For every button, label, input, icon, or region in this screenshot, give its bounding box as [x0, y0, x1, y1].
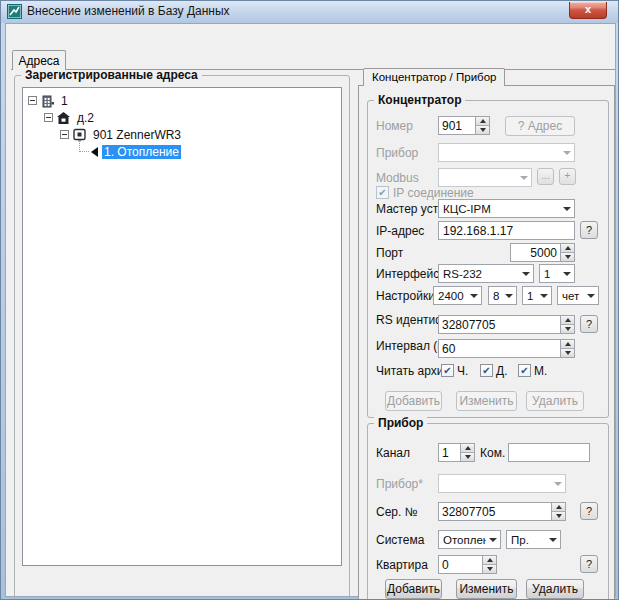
ip-help-button[interactable]: ?: [580, 221, 598, 239]
dialog-window: Внесение изменений в Базу Данных x Адрес…: [0, 0, 619, 600]
port-spinner[interactable]: 5000: [510, 243, 575, 262]
device-edit-button[interactable]: Изменить: [456, 579, 517, 599]
interface-label: Интерфейс: [376, 267, 439, 281]
tree-node-label-selected[interactable]: 1. Отопление: [102, 145, 181, 159]
archive-day-checkbox[interactable]: ✔: [480, 364, 493, 377]
app-chart-icon: [7, 4, 22, 19]
expand-minus-icon[interactable]: [44, 113, 53, 122]
device-add-button[interactable]: Добавить: [385, 579, 442, 599]
archive-day-label: Д.: [496, 364, 507, 378]
interface-combo[interactable]: RS-232: [438, 264, 534, 283]
spinner-arrows-icon[interactable]: [560, 316, 574, 333]
check-icon: ✔: [482, 366, 490, 376]
tree-row[interactable]: д.2: [23, 109, 341, 126]
chevron-down-icon: [486, 538, 500, 542]
window-title: Внесение изменений в Базу Данных: [27, 1, 230, 23]
device-combo-label: Прибор: [376, 146, 418, 160]
client-area: Адреса Зарегистрированные адреса 1: [5, 23, 616, 597]
concentrator-delete-button[interactable]: Удалить: [526, 391, 584, 411]
master-device-combo[interactable]: КЦС-IPM: [438, 199, 575, 218]
read-archive-label: Читать архив: [376, 364, 450, 378]
channel-spinner[interactable]: 1: [438, 443, 475, 462]
number-spinner[interactable]: 901: [438, 116, 490, 135]
device-combo-label: Прибор*: [376, 477, 423, 491]
chevron-down-icon: [551, 482, 565, 486]
spinner-arrows-icon[interactable]: [560, 244, 574, 261]
ip-address-field[interactable]: 192.168.1.17: [438, 221, 575, 240]
port-label: Порт: [376, 246, 403, 260]
tab-strip-divider: [11, 69, 615, 70]
modbus-combo[interactable]: [438, 168, 532, 187]
tree-node-label[interactable]: д.2: [75, 111, 96, 125]
chevron-down-icon: [502, 294, 516, 298]
tree-row[interactable]: 1. Отопление: [23, 143, 341, 160]
archive-hour-label: Ч.: [457, 364, 468, 378]
expand-minus-icon[interactable]: [60, 130, 69, 139]
tree-connector: [79, 140, 89, 152]
stopbits-combo[interactable]: 1: [522, 286, 552, 305]
group-title: Зарегистрированные адреса: [21, 68, 202, 82]
ip-connection-checkbox[interactable]: ✔: [376, 186, 389, 199]
spinner-arrows-icon[interactable]: [475, 117, 489, 134]
concentrator-edit-button[interactable]: Изменить: [456, 391, 517, 411]
title-bar[interactable]: Внесение изменений в Базу Данных x: [1, 1, 619, 23]
device-delete-button[interactable]: Удалить: [526, 579, 584, 599]
com-field[interactable]: [508, 443, 590, 462]
channel-label: Канал: [376, 446, 410, 460]
tab-adresa[interactable]: Адреса: [12, 50, 66, 70]
spinner-arrows-icon[interactable]: [482, 556, 496, 573]
rs-id-spinner[interactable]: 32807705: [438, 315, 575, 334]
close-icon[interactable]: x: [569, 2, 607, 19]
concentrator-group: Концентратор Номер 901 ? Адрес Прибор Mo…: [367, 100, 609, 418]
archive-hour-checkbox[interactable]: ✔: [441, 364, 454, 377]
tree-node-label[interactable]: 1: [59, 94, 70, 108]
chevron-down-icon: [560, 151, 574, 155]
expand-minus-icon[interactable]: [28, 96, 37, 105]
chevron-down-icon: [560, 272, 574, 276]
system-label: Система: [376, 533, 424, 547]
device-combo[interactable]: [438, 143, 575, 162]
tree-node-label[interactable]: 901 ZennerWR3: [91, 128, 183, 142]
interval-spinner[interactable]: 60: [438, 339, 575, 358]
registered-addresses-group: Зарегистрированные адреса 1: [14, 75, 350, 600]
building-icon: [40, 94, 55, 108]
system-combo[interactable]: Отопление: [438, 530, 501, 549]
tree-row[interactable]: 901 ZennerWR3: [23, 126, 341, 143]
spinner-arrows-icon[interactable]: [460, 444, 474, 461]
address-tree[interactable]: 1 д.2: [22, 87, 342, 566]
tree-row[interactable]: 1: [23, 92, 341, 109]
serial-label: Сер. №: [376, 505, 418, 519]
serial-spinner[interactable]: 32807705: [438, 502, 566, 521]
serial-help-button[interactable]: ?: [580, 502, 598, 520]
archive-month-checkbox[interactable]: ✔: [518, 364, 531, 377]
interface-channel-combo[interactable]: 1: [539, 264, 575, 283]
flat-help-button[interactable]: ?: [580, 555, 598, 573]
device-type-combo[interactable]: [438, 474, 566, 493]
check-icon: ✔: [443, 366, 451, 376]
group-title: Прибор: [374, 416, 427, 430]
chevron-down-icon: [519, 272, 533, 276]
address-query-button[interactable]: ? Адрес: [505, 116, 575, 136]
ip-connection-label: IP соединение: [393, 186, 474, 200]
databits-combo[interactable]: 8: [488, 286, 517, 305]
modbus-label: Modbus: [376, 171, 419, 185]
chevron-down-icon: [560, 207, 574, 211]
check-icon: ✔: [520, 366, 528, 376]
baud-combo[interactable]: 2400: [433, 286, 482, 305]
com-label: Ком.: [480, 446, 505, 460]
flat-spinner[interactable]: 0: [438, 555, 497, 574]
parity-combo[interactable]: чет: [557, 286, 599, 305]
concentrator-device-page: Концентратор Номер 901 ? Адрес Прибор Mo…: [358, 85, 615, 600]
system-extra-combo[interactable]: Пр.: [506, 530, 561, 549]
modbus-add-button[interactable]: +: [559, 168, 576, 185]
chevron-down-icon: [546, 538, 560, 542]
concentrator-add-button[interactable]: Добавить: [385, 391, 442, 411]
spinner-arrows-icon[interactable]: [560, 340, 574, 357]
device-group: Прибор Канал 1 Ком. Прибор* Сер. № 32807…: [367, 423, 609, 600]
tab-concentrator-device[interactable]: Концентратор / Прибор: [363, 68, 505, 86]
spinner-arrows-icon[interactable]: [551, 503, 565, 520]
rs-help-button[interactable]: ?: [580, 315, 598, 333]
house-icon: [56, 111, 71, 125]
modbus-more-button[interactable]: ...: [537, 168, 554, 185]
chevron-down-icon: [584, 294, 598, 298]
